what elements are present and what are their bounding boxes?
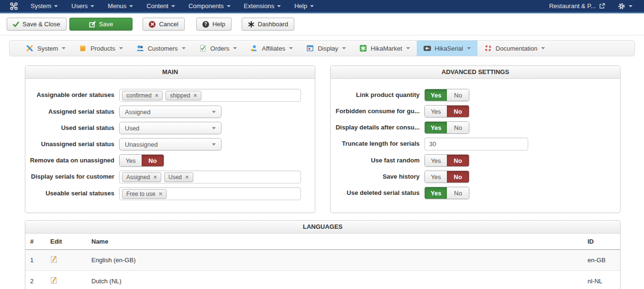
tab-affiliates[interactable]: Affiliates	[244, 41, 300, 56]
row-number: 1	[25, 250, 45, 271]
select-assigned-serial-status[interactable]: Assigned	[119, 106, 222, 118]
help-button[interactable]: ? Help	[196, 18, 232, 31]
toggle-yes-button[interactable]: Yes	[425, 106, 447, 117]
toggle-yes-button[interactable]: Yes	[425, 89, 447, 101]
languages-panel: LANGUAGES # Edit Name ID 1	[25, 220, 621, 289]
component-menu: System Products Customers Ord	[9, 40, 635, 56]
tab-orders[interactable]: Orders	[192, 41, 244, 56]
joomla-logo	[0, 2, 24, 11]
select-value: Assigned	[125, 108, 150, 116]
field-unassigned-serial-status: Unassigned serial status Unassigned	[25, 138, 315, 150]
truncate-length-input[interactable]	[424, 138, 528, 150]
menu-menus[interactable]: Menus	[101, 0, 140, 12]
tab-label: Customers	[148, 45, 178, 52]
tab-documentation[interactable]: Documentation	[477, 41, 552, 56]
select-value: Unassigned	[125, 141, 158, 148]
menu-components[interactable]: Components	[182, 0, 237, 12]
tag-chip: shipped×	[166, 91, 201, 100]
chevron-down-icon	[227, 5, 231, 7]
toggle-display-details: Yes No	[424, 121, 469, 134]
field-display-details-after-consume: Display details after consu... Yes No	[331, 121, 620, 134]
select-value: Used	[125, 125, 139, 132]
language-name: English (en-GB)	[87, 250, 583, 271]
menu-extensions[interactable]: Extensions	[237, 0, 288, 12]
field-label: Display details after consu...	[331, 124, 424, 131]
toggle-yes-button[interactable]: Yes	[425, 187, 447, 199]
tab-label: Documentation	[496, 45, 537, 52]
tab-products[interactable]: Products	[72, 41, 129, 56]
field-used-serial-status: Used serial status Used	[25, 122, 315, 134]
menu-system[interactable]: System	[24, 0, 65, 12]
dashboard-button[interactable]: Dashboard	[242, 18, 295, 31]
help-icon: ?	[202, 21, 209, 28]
remove-tag-icon[interactable]: ×	[153, 174, 157, 180]
toggle-use-fast-random: Yes No	[424, 154, 469, 167]
tab-label: Orders	[211, 45, 230, 52]
toggle-yes-button[interactable]: Yes	[425, 122, 447, 133]
admin-main-menu: System Users Menus Content Components Ex…	[24, 0, 321, 12]
edit-language-button[interactable]	[50, 277, 58, 284]
panel-title: ADVANCED SETTINGS	[331, 66, 620, 79]
menu-label: Extensions	[244, 2, 275, 10]
tab-label: System	[37, 45, 58, 52]
remove-tag-icon[interactable]: ×	[159, 191, 163, 197]
field-assigned-serial-status: Assigned serial status Assigned	[25, 106, 315, 118]
lifebuoy-icon	[484, 44, 492, 52]
toggle-no-button[interactable]: No	[142, 155, 164, 166]
save-close-button[interactable]: Save & Close	[7, 18, 67, 31]
select-unassigned-serial-status[interactable]: Unassigned	[119, 138, 222, 150]
toggle-forbidden-consume: Yes No	[424, 105, 469, 118]
tags-input-useable-serial-statuses[interactable]: Free to use×	[119, 187, 301, 200]
tab-customers[interactable]: Customers	[130, 41, 192, 56]
toggle-no-button[interactable]: No	[447, 155, 469, 166]
external-link-icon	[599, 3, 605, 9]
column-header-id: ID	[583, 234, 620, 250]
menu-content[interactable]: Content	[140, 0, 182, 12]
navbar-right: Restaurant & P...	[549, 2, 644, 10]
remove-tag-icon[interactable]: ×	[185, 174, 189, 180]
menu-users[interactable]: Users	[65, 0, 101, 12]
tag-label: Used	[168, 174, 182, 181]
site-preview-link[interactable]: Restaurant & P...	[549, 2, 605, 10]
field-assignable-order-statuses: Assignable order statuses confirmed× shi…	[25, 89, 315, 102]
tab-label: Affiliates	[262, 45, 285, 52]
chevron-down-icon	[171, 5, 175, 7]
toggle-yes-button[interactable]: Yes	[425, 171, 447, 182]
dropdown-arrow-icon	[212, 111, 216, 113]
tag-label: Assigned	[126, 174, 150, 181]
tags-input-display-serials-for-customer[interactable]: Assigned× Used×	[119, 171, 301, 183]
panel-title: MAIN	[25, 66, 315, 79]
remove-tag-icon[interactable]: ×	[193, 92, 197, 98]
toggle-save-history: Yes No	[424, 171, 469, 183]
cancel-button[interactable]: Cancel	[143, 18, 184, 31]
tags-input-assignable-order-statuses[interactable]: confirmed× shipped×	[119, 89, 301, 102]
field-use-deleted-serial-status: Use deleted serial status Yes No	[331, 187, 620, 199]
tag-chip: confirmed×	[122, 91, 163, 100]
toggle-yes-button[interactable]: Yes	[120, 155, 142, 166]
remove-tag-icon[interactable]: ×	[155, 92, 159, 98]
button-label: Cancel	[159, 21, 178, 28]
toggle-no-button[interactable]: No	[447, 106, 469, 117]
chevron-down-icon	[119, 47, 123, 49]
edit-language-button[interactable]	[50, 256, 58, 263]
chevron-down-icon	[342, 47, 346, 49]
toggle-remove-data-on-unassigned: Yes No	[119, 154, 164, 167]
tab-hikaserial[interactable]: HikaSerial	[417, 41, 477, 56]
toggle-no-button[interactable]: No	[447, 89, 469, 101]
tab-hikamarket[interactable]: HikaMarket	[353, 41, 417, 56]
language-id: en-GB	[583, 250, 620, 271]
tab-system[interactable]: System	[19, 41, 72, 56]
main-settings-panel: MAIN Assignable order statuses confirmed…	[25, 65, 315, 213]
save-button[interactable]: Save	[69, 18, 133, 31]
settings-menu[interactable]	[618, 2, 633, 10]
menu-help[interactable]: Help	[288, 0, 321, 12]
column-header-name: Name	[87, 234, 583, 250]
tab-display[interactable]: Display	[300, 41, 353, 56]
toggle-no-button[interactable]: No	[447, 187, 469, 199]
toggle-no-button[interactable]: No	[447, 171, 469, 182]
toggle-no-button[interactable]: No	[447, 122, 469, 133]
chevron-down-icon	[182, 47, 186, 49]
select-used-serial-status[interactable]: Used	[119, 122, 222, 134]
menu-label: Components	[189, 2, 224, 10]
toggle-yes-button[interactable]: Yes	[425, 155, 447, 166]
